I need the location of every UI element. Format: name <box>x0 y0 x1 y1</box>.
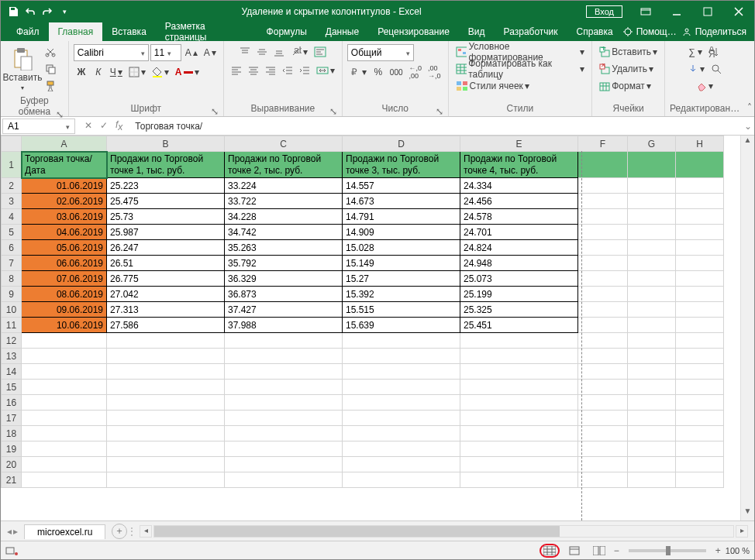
cell[interactable] <box>460 380 578 395</box>
cell[interactable] <box>676 240 724 256</box>
cell[interactable] <box>578 380 628 395</box>
cell[interactable] <box>676 395 724 411</box>
cell[interactable] <box>578 240 628 256</box>
cell[interactable] <box>628 457 676 472</box>
clear-icon[interactable]: ▾ <box>694 78 715 94</box>
row-header[interactable]: 19 <box>2 441 22 457</box>
row-header[interactable]: 16 <box>2 395 22 411</box>
cell[interactable] <box>22 441 107 457</box>
cell[interactable] <box>578 333 628 349</box>
cell[interactable]: 36.873 <box>225 287 343 302</box>
cell[interactable] <box>343 364 460 380</box>
cell[interactable] <box>676 457 724 472</box>
cell[interactable]: 35.792 <box>225 256 343 271</box>
cell[interactable] <box>460 395 578 411</box>
cell[interactable] <box>22 457 107 472</box>
cell[interactable] <box>225 411 343 426</box>
cell[interactable] <box>628 349 676 364</box>
cell[interactable] <box>225 441 343 457</box>
cell[interactable] <box>107 380 225 395</box>
ribbon-tab-рецензирование[interactable]: Рецензирование <box>368 22 459 41</box>
cell[interactable] <box>225 380 343 395</box>
cell[interactable] <box>676 411 724 426</box>
cell[interactable] <box>22 364 107 380</box>
expand-formula-icon[interactable]: ⌄ <box>742 121 754 132</box>
cell[interactable]: 24.948 <box>460 256 578 271</box>
cell[interactable]: 05.06.2019 <box>22 240 107 256</box>
cell[interactable] <box>676 380 724 395</box>
cell[interactable]: 25.325 <box>460 302 578 318</box>
cell[interactable] <box>225 395 343 411</box>
row-header[interactable]: 21 <box>2 472 22 488</box>
cell[interactable] <box>343 333 460 349</box>
cell[interactable]: 36.329 <box>225 271 343 287</box>
cell[interactable] <box>225 349 343 364</box>
cell[interactable] <box>628 256 676 271</box>
cell[interactable] <box>343 457 460 472</box>
cell[interactable] <box>460 472 578 488</box>
ribbon-tab-вставка[interactable]: Вставка <box>102 22 156 41</box>
fill-color-icon[interactable]: ▾ <box>150 64 171 80</box>
row-header[interactable]: 8 <box>2 271 22 287</box>
underline-button[interactable]: Ч ▾ <box>108 64 125 80</box>
row-header[interactable]: 11 <box>2 318 22 333</box>
col-header[interactable]: E <box>460 136 578 152</box>
cell[interactable] <box>676 194 724 209</box>
row-header[interactable]: 7 <box>2 256 22 271</box>
cell[interactable] <box>628 364 676 380</box>
cell[interactable] <box>343 472 460 488</box>
cell[interactable]: 25.451 <box>460 318 578 333</box>
autosum-icon[interactable]: ∑ ▾ <box>686 44 705 60</box>
cell[interactable]: 14.673 <box>343 194 460 209</box>
cell[interactable]: 24.334 <box>460 178 578 194</box>
formula-input[interactable]: Торговая точка/ <box>130 121 742 132</box>
cell[interactable]: 07.06.2019 <box>22 271 107 287</box>
cell[interactable]: 25.199 <box>460 287 578 302</box>
cell-styles-button[interactable]: Стили ячеек ▾ <box>453 78 588 94</box>
accounting-format-icon[interactable]: ₽▾ <box>347 64 369 80</box>
cell[interactable]: 14.791 <box>343 209 460 225</box>
delete-cells-button[interactable]: ×Удалить ▾ <box>597 61 660 77</box>
scroll-up-icon[interactable]: ▲ <box>741 136 754 149</box>
cell[interactable] <box>460 457 578 472</box>
cell[interactable]: 27.586 <box>107 318 225 333</box>
cell[interactable] <box>676 178 724 194</box>
fx-icon[interactable]: fx <box>115 119 122 132</box>
maximize-icon[interactable] <box>692 1 723 22</box>
name-box[interactable]: A1 <box>2 119 75 134</box>
cell[interactable] <box>343 426 460 441</box>
cell[interactable] <box>628 333 676 349</box>
row-header[interactable]: 18 <box>2 426 22 441</box>
cell[interactable]: 35.263 <box>225 240 343 256</box>
page-layout-view-icon[interactable] <box>564 544 584 558</box>
ribbon-tab-разработчик[interactable]: Разработчик <box>495 22 567 41</box>
cell[interactable] <box>578 441 628 457</box>
cell[interactable] <box>578 225 628 240</box>
merge-icon[interactable]: ▾ <box>314 63 337 78</box>
italic-button[interactable]: К <box>91 64 106 80</box>
cell[interactable] <box>343 349 460 364</box>
cell[interactable] <box>107 472 225 488</box>
cell[interactable] <box>578 318 628 333</box>
format-painter-icon[interactable] <box>43 78 58 94</box>
cell[interactable]: 15.028 <box>343 240 460 256</box>
cell[interactable] <box>628 395 676 411</box>
cell[interactable] <box>107 349 225 364</box>
cell[interactable] <box>628 271 676 287</box>
grow-font-icon[interactable]: A▴ <box>183 45 200 60</box>
macro-record-icon[interactable] <box>5 545 18 556</box>
row-header[interactable]: 17 <box>2 411 22 426</box>
align-center-icon[interactable] <box>246 63 261 78</box>
cell[interactable] <box>107 364 225 380</box>
copy-icon[interactable] <box>43 61 58 77</box>
row-header[interactable]: 6 <box>2 240 22 256</box>
cell[interactable]: 33.722 <box>225 194 343 209</box>
row-header[interactable]: 3 <box>2 194 22 209</box>
cell[interactable]: 37.427 <box>225 302 343 318</box>
cell[interactable] <box>628 472 676 488</box>
scroll-down-icon[interactable]: ▼ <box>741 507 754 520</box>
cell[interactable]: 34.742 <box>225 225 343 240</box>
ribbon-options-icon[interactable] <box>630 1 661 22</box>
format-table-button[interactable]: Форматировать как таблицу ▾ <box>453 61 588 77</box>
row-header[interactable]: 4 <box>2 209 22 225</box>
